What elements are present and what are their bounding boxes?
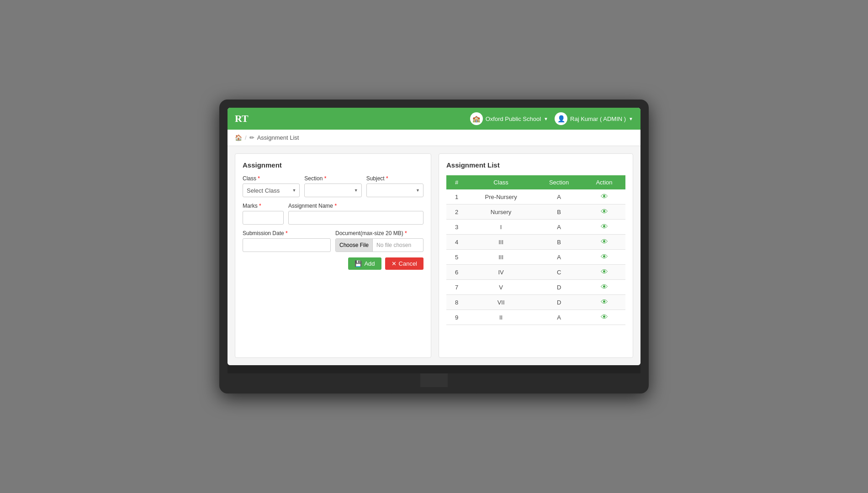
breadcrumb-separator-1: / <box>245 134 247 141</box>
marks-input[interactable] <box>243 211 284 225</box>
cell-action[interactable]: 👁 <box>583 280 625 295</box>
view-icon[interactable]: 👁 <box>601 298 608 306</box>
cell-action[interactable]: 👁 <box>583 235 625 250</box>
submission-date-label: Submission Date * <box>243 230 331 236</box>
cell-num: 9 <box>446 310 467 325</box>
cancel-button[interactable]: ✕ Cancel <box>385 257 423 270</box>
cell-action[interactable]: 👁 <box>583 205 625 220</box>
user-name: Raj Kumar ( ADMIN ) <box>570 115 626 122</box>
subject-select[interactable] <box>366 184 423 197</box>
home-icon[interactable]: 🏠 <box>235 134 242 141</box>
cell-num: 3 <box>446 220 467 235</box>
main-content: Assignment Class * Select Class Pre-Nurs… <box>228 146 640 365</box>
cell-action[interactable]: 👁 <box>583 295 625 310</box>
breadcrumb-page: Assignment List <box>257 134 299 141</box>
view-icon[interactable]: 👁 <box>601 223 608 231</box>
cell-num: 4 <box>446 235 467 250</box>
save-icon: 💾 <box>355 260 362 267</box>
subject-required: * <box>385 175 388 182</box>
section-select-wrapper <box>304 184 361 197</box>
table-row: 2 Nursery B 👁 <box>446 205 625 220</box>
form-row-2: Marks * Assignment Name * <box>243 203 423 225</box>
table-row: 8 VII D 👁 <box>446 295 625 310</box>
document-label: Document(max-size 20 MB) * <box>335 230 423 236</box>
file-input-wrapper: Choose File No file chosen <box>335 238 423 252</box>
class-label: Class * <box>243 175 300 182</box>
col-action: Action <box>583 175 625 189</box>
marks-label: Marks * <box>243 203 284 209</box>
table-row: 9 II A 👁 <box>446 310 625 325</box>
cell-num: 8 <box>446 295 467 310</box>
assignment-form-panel: Assignment Class * Select Class Pre-Nurs… <box>235 153 431 358</box>
cell-section: C <box>535 265 583 280</box>
school-caret: ▼ <box>544 116 548 121</box>
cell-section: A <box>535 310 583 325</box>
cell-section: D <box>535 295 583 310</box>
class-select[interactable]: Select Class Pre-Nursery Nursery I II II… <box>243 184 300 197</box>
file-choose-button[interactable]: Choose File <box>336 239 373 252</box>
view-icon[interactable]: 👁 <box>601 253 608 261</box>
form-actions: 💾 Add ✕ Cancel <box>243 257 423 270</box>
cell-section: B <box>535 235 583 250</box>
cancel-icon: ✕ <box>392 260 397 267</box>
cell-class: IV <box>467 265 535 280</box>
document-group: Document(max-size 20 MB) * Choose File N… <box>335 230 423 252</box>
submission-required: * <box>284 230 288 236</box>
col-num: # <box>446 175 467 189</box>
marks-required: * <box>258 203 261 209</box>
cell-class: III <box>467 235 535 250</box>
assignment-name-input[interactable] <box>288 211 423 225</box>
cell-section: B <box>535 205 583 220</box>
table-row: 7 V D 👁 <box>446 280 625 295</box>
cell-class: Pre-Nursery <box>467 189 535 205</box>
file-no-file-text: No file chosen <box>373 242 415 248</box>
cell-action[interactable]: 👁 <box>583 220 625 235</box>
view-icon[interactable]: 👁 <box>601 283 608 291</box>
assignment-list-panel: Assignment List # Class Section Action <box>439 153 633 358</box>
form-row-1: Class * Select Class Pre-Nursery Nursery… <box>243 175 423 197</box>
list-title: Assignment List <box>446 161 625 169</box>
add-button[interactable]: 💾 Add <box>348 257 381 270</box>
school-selector[interactable]: 🏫 Oxford Public School ▼ <box>470 112 548 125</box>
table-row: 6 IV C 👁 <box>446 265 625 280</box>
view-icon[interactable]: 👁 <box>601 238 608 246</box>
section-group: Section * <box>304 175 361 197</box>
view-icon[interactable]: 👁 <box>601 208 608 215</box>
assignment-name-required: * <box>333 203 337 209</box>
cell-num: 2 <box>446 205 467 220</box>
cell-section: A <box>535 250 583 265</box>
section-required: * <box>323 175 326 182</box>
assignment-name-label: Assignment Name * <box>288 203 423 209</box>
table-row: 4 III B 👁 <box>446 235 625 250</box>
subject-select-wrapper <box>366 184 423 197</box>
navbar: RT 🏫 Oxford Public School ▼ 👤 Raj Kumar … <box>228 108 640 130</box>
col-section: Section <box>535 175 583 189</box>
user-menu[interactable]: 👤 Raj Kumar ( ADMIN ) ▼ <box>555 112 633 125</box>
cell-class: Nursery <box>467 205 535 220</box>
view-icon[interactable]: 👁 <box>601 268 608 276</box>
school-name: Oxford Public School <box>486 115 541 122</box>
class-select-wrapper: Select Class Pre-Nursery Nursery I II II… <box>243 184 300 197</box>
cell-action[interactable]: 👁 <box>583 265 625 280</box>
cell-action[interactable]: 👁 <box>583 189 625 205</box>
edit-icon: ✏ <box>249 134 254 141</box>
cell-action[interactable]: 👁 <box>583 310 625 325</box>
section-label: Section * <box>304 175 361 182</box>
breadcrumb: 🏠 / ✏ Assignment List <box>228 130 640 146</box>
class-group: Class * Select Class Pre-Nursery Nursery… <box>243 175 300 197</box>
view-icon[interactable]: 👁 <box>601 193 608 200</box>
cell-num: 7 <box>446 280 467 295</box>
table-row: 1 Pre-Nursery A 👁 <box>446 189 625 205</box>
user-caret: ▼ <box>629 116 633 121</box>
view-icon[interactable]: 👁 <box>601 313 608 321</box>
subject-label: Subject * <box>366 175 423 182</box>
assignment-table: # Class Section Action 1 Pre-Nursery A 👁… <box>446 175 625 325</box>
document-required: * <box>403 230 407 236</box>
school-avatar: 🏫 <box>470 112 483 125</box>
submission-date-input[interactable]: 17-10-2018 <box>243 238 331 252</box>
cell-action[interactable]: 👁 <box>583 250 625 265</box>
section-select[interactable] <box>304 184 361 197</box>
user-avatar: 👤 <box>555 112 567 125</box>
cell-class: II <box>467 310 535 325</box>
submission-date-group: Submission Date * 17-10-2018 <box>243 230 331 252</box>
